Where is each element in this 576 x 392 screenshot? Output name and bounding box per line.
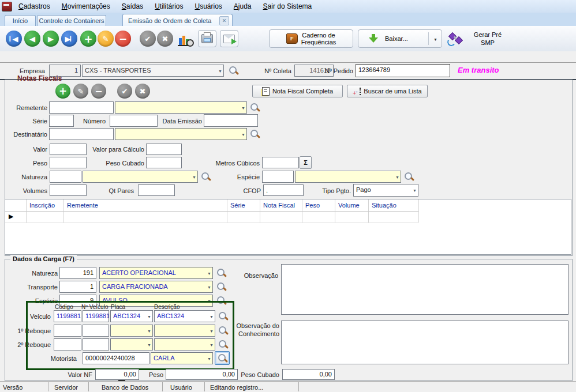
- nav-next-button[interactable]: ▶: [43, 31, 59, 47]
- veiculo-desc-dropdown-icon[interactable]: ▼: [210, 314, 214, 318]
- nf-edit-button[interactable]: ✎: [73, 84, 88, 99]
- especie-combo[interactable]: ▼: [295, 171, 401, 183]
- menu-sair[interactable]: Sair do Sistema: [257, 0, 318, 12]
- tab-inicio[interactable]: Início: [5, 15, 36, 26]
- carga-transporte-dropdown-icon[interactable]: ▼: [207, 285, 211, 289]
- confirm-button[interactable]: ✔: [140, 31, 156, 47]
- carga-natureza-combo[interactable]: ACERTO OPERACIONAL▼: [99, 267, 213, 279]
- cfop-field[interactable]: .: [263, 184, 304, 196]
- nav-first-button[interactable]: ▎◀: [6, 31, 22, 47]
- veiculo-placa-combo[interactable]: ABC1324▼: [110, 310, 153, 322]
- reboque2-placa-combo[interactable]: ▼: [110, 338, 153, 350]
- grid-col-nota-fiscal[interactable]: Nota Fiscal: [263, 202, 295, 209]
- veiculo-desc-combo[interactable]: ABC1324▼: [154, 310, 215, 322]
- especie-search-icon[interactable]: [403, 171, 414, 182]
- reboque1-search-icon[interactable]: [218, 325, 229, 336]
- peso-cubado-field[interactable]: [146, 157, 182, 168]
- natureza-dropdown-icon[interactable]: ▼: [192, 175, 196, 179]
- reboque1-codigo-field[interactable]: [54, 325, 81, 337]
- motorista-dropdown-icon[interactable]: ▼: [207, 356, 211, 360]
- menu-cadastros[interactable]: Cadastros: [13, 0, 56, 12]
- carga-peso-cubado-field[interactable]: 0,00: [282, 369, 335, 380]
- empresa-dropdown-icon[interactable]: ▼: [218, 69, 222, 73]
- nav-last-button[interactable]: ▶▎: [61, 31, 77, 47]
- valor-field[interactable]: [50, 144, 87, 155]
- reboque2-num-field[interactable]: [83, 338, 109, 350]
- carga-natureza-code-field[interactable]: 191: [59, 267, 96, 279]
- natureza-search-icon[interactable]: [200, 171, 211, 182]
- qt-pares-field[interactable]: [138, 184, 175, 196]
- reboque2-placa-dropdown-icon[interactable]: ▼: [147, 342, 151, 346]
- nota-fiscal-completa-button[interactable]: Nota Fiscal Completa: [252, 85, 343, 97]
- veiculo-placa-dropdown-icon[interactable]: ▼: [147, 314, 151, 318]
- cancel-button[interactable]: ✖: [157, 31, 173, 47]
- natureza-combo[interactable]: ▼: [83, 171, 198, 183]
- remetente-search-icon[interactable]: [249, 102, 260, 113]
- edit-record-button[interactable]: ✎: [98, 31, 114, 47]
- motorista-combo[interactable]: CARLA▼: [151, 352, 213, 364]
- obs-conhecimento-textarea[interactable]: [281, 321, 568, 364]
- destinatario-code-field[interactable]: [49, 128, 114, 140]
- carga-transporte-search-icon[interactable]: [216, 281, 227, 292]
- grid-col-situacao[interactable]: Situação: [372, 202, 397, 209]
- nf-delete-button[interactable]: −: [91, 84, 106, 99]
- menu-movimentacoes[interactable]: Movimentações: [56, 0, 116, 12]
- carga-transporte-code-field[interactable]: 1: [59, 281, 96, 293]
- carga-natureza-search-icon[interactable]: [216, 267, 227, 278]
- reboque1-desc-dropdown-icon[interactable]: ▼: [210, 329, 214, 333]
- tab-emissao-ordem-coleta[interactable]: Emissão de Ordem de Coleta ✕: [122, 14, 233, 27]
- grid-col-serie[interactable]: Série: [230, 202, 245, 209]
- grid-col-remetente[interactable]: Remetente: [67, 202, 98, 209]
- numero-field[interactable]: [110, 115, 158, 127]
- carga-especie-search-icon[interactable]: [216, 295, 227, 306]
- send-email-button[interactable]: [220, 30, 238, 47]
- grid-col-peso[interactable]: Peso: [305, 202, 320, 209]
- chart-settings-button[interactable]: [178, 33, 194, 47]
- destinatario-combo[interactable]: ▼: [115, 128, 247, 140]
- baixar-button[interactable]: Baixar... ▼: [358, 29, 442, 48]
- carga-natureza-dropdown-icon[interactable]: ▼: [207, 271, 211, 275]
- serie-field[interactable]: [49, 115, 74, 127]
- print-button[interactable]: [198, 30, 216, 47]
- tab-controle-containers[interactable]: Controle de Containers: [37, 15, 106, 26]
- reboque2-desc-combo[interactable]: ▼: [154, 338, 215, 350]
- remetente-dropdown-icon[interactable]: ▼: [241, 105, 245, 110]
- add-record-button[interactable]: +: [80, 31, 96, 47]
- buscar-lista-button[interactable]: →+ Buscar de uma Lista: [347, 85, 428, 97]
- volumes-field[interactable]: [50, 184, 87, 196]
- reboque1-placa-dropdown-icon[interactable]: ▼: [147, 329, 151, 333]
- destinatario-search-icon[interactable]: [249, 129, 260, 140]
- menu-usuarios[interactable]: Usuários: [189, 0, 227, 12]
- valor-calculo-field[interactable]: [146, 144, 182, 155]
- nav-prev-button[interactable]: ◀: [24, 31, 40, 47]
- peso-field[interactable]: [50, 157, 87, 168]
- menu-utilitarios[interactable]: Utilitários: [149, 0, 189, 12]
- carga-especie-dropdown-icon[interactable]: ▼: [207, 299, 211, 303]
- pedido-field[interactable]: 123664789: [356, 64, 450, 77]
- grid-col-inscricao[interactable]: Inscrição: [29, 202, 55, 209]
- veiculo-codigo-field[interactable]: 11998810: [54, 310, 81, 322]
- nf-grid[interactable]: Inscrição Remetente Série Nota Fiscal Pe…: [5, 199, 571, 255]
- especie-field[interactable]: [262, 171, 294, 183]
- baixar-dropdown-icon[interactable]: ▼: [433, 37, 437, 42]
- motorista-search-button[interactable]: [215, 351, 230, 365]
- observacao-textarea[interactable]: [281, 264, 568, 315]
- motorista-codigo-field[interactable]: 00000024240028: [83, 352, 149, 364]
- destinatario-dropdown-icon[interactable]: ▼: [241, 132, 245, 136]
- carga-transporte-combo[interactable]: CARGA FRACIONADA▼: [99, 281, 213, 293]
- nf-add-button[interactable]: +: [55, 84, 70, 99]
- tab-close-icon[interactable]: ✕: [219, 16, 229, 25]
- veiculo-search-icon[interactable]: [218, 311, 229, 322]
- reboque1-placa-combo[interactable]: ▼: [110, 325, 153, 337]
- data-emissao-field[interactable]: [204, 114, 258, 127]
- remetente-combo[interactable]: ▼: [115, 101, 247, 114]
- empresa-search-icon[interactable]: [228, 65, 239, 76]
- menu-saidas[interactable]: Saídas: [116, 0, 149, 12]
- nf-confirm-button[interactable]: ✔: [117, 84, 132, 99]
- tipo-pgto-dropdown-icon[interactable]: ▼: [413, 189, 417, 193]
- reboque2-search-icon[interactable]: [218, 339, 229, 350]
- gerar-pre-smp-button[interactable]: Gerar PréSMP: [446, 29, 515, 48]
- natureza-field[interactable]: [50, 171, 81, 183]
- sigma-button[interactable]: Σ: [300, 156, 312, 169]
- nf-cancel-button[interactable]: ✖: [135, 84, 150, 99]
